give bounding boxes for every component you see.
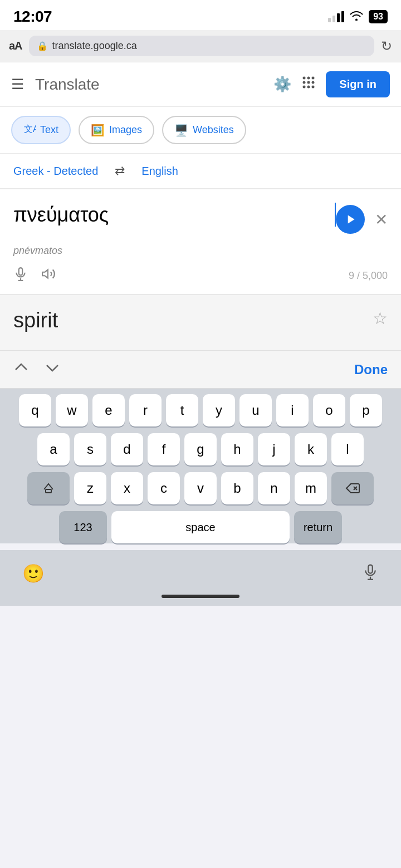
input-controls: 9 / 5,000	[13, 267, 388, 285]
space-key[interactable]: space	[111, 511, 290, 543]
return-key[interactable]: return	[294, 511, 342, 543]
key-r[interactable]: r	[129, 394, 162, 426]
nav-down-button[interactable]	[45, 361, 60, 378]
settings-icon[interactable]: ⚙️	[273, 76, 291, 93]
key-m[interactable]: m	[295, 472, 327, 504]
app-header: ☰ Translate ⚙️ Sign in	[0, 62, 401, 107]
tab-websites[interactable]: 🖥️ Websites	[162, 116, 246, 144]
key-u[interactable]: u	[239, 394, 272, 426]
key-w[interactable]: w	[56, 394, 88, 426]
header-icons: ⚙️ Sign in	[273, 71, 390, 97]
svg-rect-17	[368, 565, 373, 573]
source-input[interactable]: πνεύματος	[13, 203, 336, 227]
keyboard-row-1: q w e r t y u i o p	[2, 394, 399, 426]
done-button[interactable]: Done	[354, 362, 388, 377]
clear-input-button[interactable]: ✕	[375, 210, 388, 229]
signal-icon	[328, 11, 344, 22]
svg-point-0	[303, 77, 306, 80]
signin-button[interactable]: Sign in	[326, 71, 390, 97]
key-v[interactable]: v	[184, 472, 217, 504]
transliteration-text: pnévmatos	[13, 245, 388, 257]
svg-point-8	[312, 86, 315, 89]
menu-icon[interactable]: ☰	[11, 76, 24, 93]
tab-images[interactable]: 🖼️ Images	[79, 116, 154, 144]
result-area: spirit ☆	[0, 295, 401, 351]
emoji-key[interactable]: 🙂	[22, 563, 45, 584]
translate-button[interactable]	[336, 205, 365, 234]
save-translation-button[interactable]: ☆	[373, 308, 388, 328]
keyboard-row-2: a s d f g h j k l	[2, 433, 399, 465]
backspace-key[interactable]	[331, 472, 374, 504]
char-count: 9 / 5,000	[349, 270, 388, 282]
tab-bar: 文A Text 🖼️ Images 🖥️ Websites	[0, 107, 401, 154]
speaker-icon[interactable]	[41, 267, 56, 285]
language-bar: Greek - Detected ⇄ English	[0, 154, 401, 189]
key-f[interactable]: f	[148, 433, 180, 465]
shift-key[interactable]	[27, 472, 70, 504]
svg-point-6	[303, 86, 306, 89]
key-c[interactable]: c	[148, 472, 180, 504]
battery-icon: 93	[369, 10, 388, 23]
input-area: πνεύματος ✕ pnévmatos	[0, 189, 401, 295]
svg-marker-13	[42, 269, 48, 278]
input-row: πνεύματος ✕	[13, 203, 388, 234]
key-l[interactable]: l	[331, 433, 364, 465]
key-x[interactable]: x	[111, 472, 143, 504]
key-d[interactable]: d	[111, 433, 143, 465]
target-language[interactable]: English	[141, 165, 178, 178]
svg-point-2	[312, 77, 315, 80]
key-i[interactable]: i	[276, 394, 309, 426]
swap-languages-icon[interactable]: ⇄	[115, 164, 125, 178]
key-k[interactable]: k	[295, 433, 327, 465]
key-q[interactable]: q	[19, 394, 51, 426]
app-title: Translate	[35, 76, 262, 94]
keyboard: q w e r t y u i o p a s d f g h j k l z …	[0, 389, 401, 543]
key-z[interactable]: z	[74, 472, 106, 504]
svg-point-5	[312, 81, 315, 84]
browser-bar: aA 🔒 translate.google.ca ↻	[0, 30, 401, 62]
key-j[interactable]: j	[258, 433, 290, 465]
source-language[interactable]: Greek - Detected	[13, 165, 98, 178]
status-icons: 93	[328, 10, 388, 23]
browser-text-size[interactable]: aA	[9, 40, 22, 52]
lock-icon: 🔒	[37, 41, 48, 51]
key-o[interactable]: o	[313, 394, 345, 426]
svg-point-1	[307, 77, 310, 80]
svg-point-7	[307, 86, 310, 89]
key-p[interactable]: p	[350, 394, 382, 426]
apps-icon[interactable]	[301, 75, 316, 94]
audio-controls	[13, 267, 56, 285]
key-b[interactable]: b	[221, 472, 253, 504]
nav-controls: Done	[0, 351, 401, 389]
images-icon: 🖼️	[91, 124, 105, 137]
key-s[interactable]: s	[74, 433, 106, 465]
wifi-icon	[350, 11, 363, 23]
refresh-icon[interactable]: ↻	[381, 38, 392, 54]
nav-up-button[interactable]	[13, 361, 29, 378]
svg-point-3	[303, 81, 306, 84]
svg-rect-10	[19, 268, 23, 275]
tab-text[interactable]: 文A Text	[11, 116, 71, 144]
number-key[interactable]: 123	[59, 511, 107, 543]
keyboard-row-4: 123 space return	[2, 511, 399, 543]
svg-rect-14	[46, 489, 51, 493]
status-time: 12:07	[13, 8, 52, 26]
key-e[interactable]: e	[92, 394, 125, 426]
microphone-icon[interactable]	[13, 267, 28, 285]
keyboard-row-3: z x c v b n m	[2, 472, 399, 504]
svg-point-4	[307, 81, 310, 84]
keyboard-mic-key[interactable]	[362, 563, 379, 584]
url-bar[interactable]: 🔒 translate.google.ca	[29, 36, 374, 56]
key-g[interactable]: g	[184, 433, 217, 465]
key-a[interactable]: a	[37, 433, 70, 465]
nav-arrows	[13, 361, 60, 378]
key-y[interactable]: y	[203, 394, 235, 426]
bottom-bar: 🙂	[0, 550, 401, 595]
text-translate-icon: 文A	[23, 122, 36, 138]
key-n[interactable]: n	[258, 472, 290, 504]
key-t[interactable]: t	[166, 394, 198, 426]
status-bar: 12:07 93	[0, 0, 401, 30]
input-action-buttons: ✕	[336, 203, 388, 234]
key-h[interactable]: h	[221, 433, 253, 465]
url-text: translate.google.ca	[52, 40, 137, 52]
